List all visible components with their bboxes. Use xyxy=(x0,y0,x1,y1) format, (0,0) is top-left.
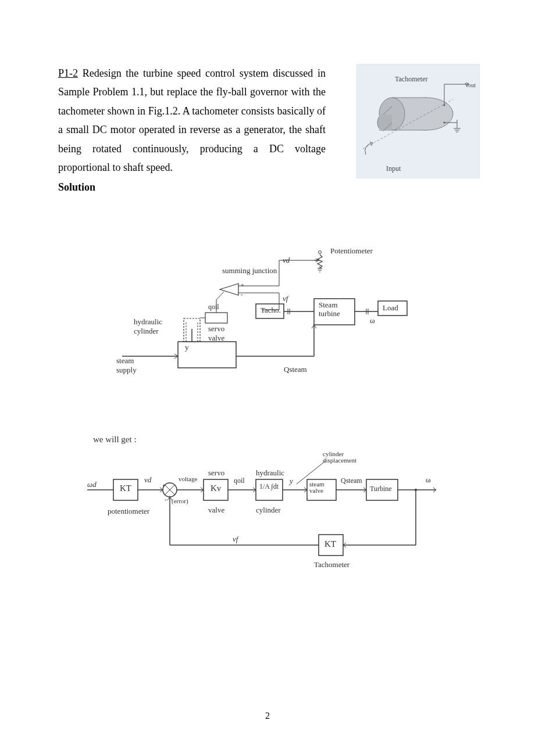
voltage-label: voltage xyxy=(179,475,197,482)
valve-label: valve xyxy=(208,506,224,515)
kt2-box: KT xyxy=(324,539,336,549)
svg-text:+: + xyxy=(162,482,166,489)
schematic-diagram: + - summing junction Potentiometer vd vf xyxy=(58,243,477,400)
qoil-label: qoil xyxy=(208,303,219,311)
svg-rect-24 xyxy=(205,313,227,323)
svg-text:+: + xyxy=(241,282,244,288)
omega2-label: ω xyxy=(426,475,431,485)
vf-label: vf xyxy=(283,294,288,303)
steam-supply-label: steam supply xyxy=(116,356,145,375)
servo-label: servo xyxy=(208,468,224,478)
omega-label: ω xyxy=(370,316,375,325)
qsteam-label: Qsteam xyxy=(284,365,307,374)
block-diagram: we will get : + - xyxy=(58,435,477,597)
block-intro: we will get : xyxy=(93,435,137,445)
vd-label: vd xyxy=(283,256,290,265)
tachometer-label: Tachometer xyxy=(314,560,349,569)
solution-heading: Solution xyxy=(58,181,477,194)
qsteam2-label: Qsteam xyxy=(341,476,362,485)
cylinder-label: cylinder xyxy=(256,506,281,515)
turbine-box: Turbine xyxy=(370,485,392,493)
steam-turbine-label: Steam turbine xyxy=(319,301,352,318)
steamvalve-box: steam valve xyxy=(309,481,336,494)
kt1-label: potentiometer xyxy=(108,507,149,516)
svg-line-28 xyxy=(216,292,224,300)
vf2-label: vf xyxy=(233,535,238,544)
kt1-box: KT xyxy=(120,483,131,493)
svg-text:-: - xyxy=(241,291,242,298)
potentiometer-label: Potentiometer xyxy=(330,246,373,256)
hydraulic-label: hydraulic xyxy=(256,468,284,478)
page-number: 2 xyxy=(265,711,270,721)
hydraulic-cylinder-label: hydraulic cylinder xyxy=(134,317,169,336)
servo-valve-label: servo valve xyxy=(208,324,231,343)
cyldisp-label: cylinder displacement xyxy=(323,451,369,464)
y2-label: y xyxy=(290,476,293,486)
summing-junction-label: summing junction xyxy=(222,266,277,275)
qoil2-label: qoil xyxy=(234,476,245,485)
tacho-box-label: Tacho. xyxy=(261,306,281,315)
kv-box: Kv xyxy=(211,483,221,493)
y-label: y xyxy=(185,343,189,352)
integral-box: 1/A ∫dt xyxy=(259,482,279,491)
svg-point-32 xyxy=(319,251,322,254)
error-label: (error) xyxy=(172,497,188,504)
load-label: Load xyxy=(383,303,398,313)
problem-body: Redesign the turbine speed control syste… xyxy=(58,67,326,173)
vd2-label: vd xyxy=(144,475,151,485)
problem-ref: P1-2 xyxy=(58,67,78,79)
problem-statement: P1-2 Redesign the turbine speed control … xyxy=(58,64,326,177)
wd-label: ωd xyxy=(87,480,97,489)
tachometer-figure: Tachometer Vout Input xyxy=(356,64,480,178)
svg-text:-: - xyxy=(165,496,167,503)
tachometer-drawing xyxy=(357,65,479,178)
